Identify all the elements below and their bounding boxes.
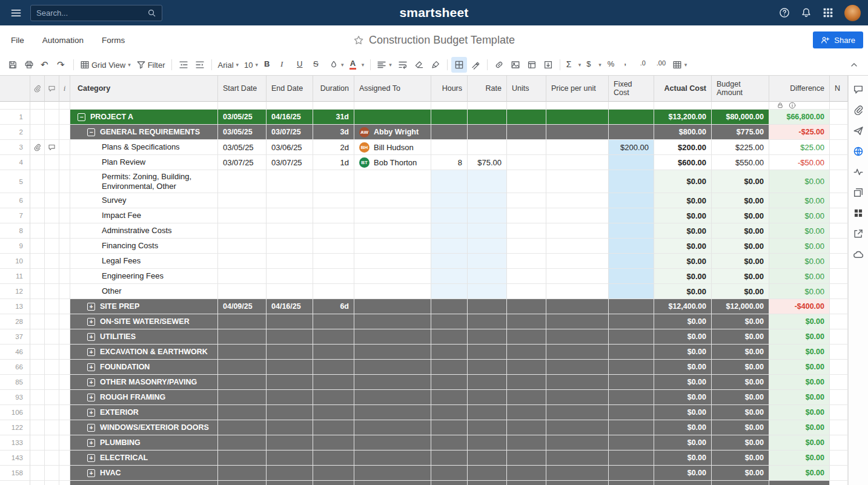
cell-units[interactable]	[507, 299, 546, 314]
cell-category[interactable]: Permits: Zoning, Building, Environmental…	[70, 170, 218, 193]
cell-duration[interactable]: 3d	[313, 125, 354, 140]
cell-price[interactable]	[546, 481, 609, 485]
cell-category[interactable]: Adminstrative Costs	[70, 223, 218, 239]
cell-end[interactable]: 03/07/25	[267, 155, 313, 170]
cell-budget[interactable]: $775.00	[712, 125, 769, 140]
cell-duration[interactable]	[313, 390, 354, 405]
cell-comment[interactable]	[45, 405, 59, 420]
cell-diff[interactable]: -$25.00	[769, 125, 830, 140]
link-button[interactable]	[491, 57, 507, 73]
cell-budget[interactable]: $0.00	[712, 345, 769, 360]
cell-info[interactable]	[59, 405, 70, 420]
cell-budget[interactable]: $12,000.00	[712, 299, 769, 314]
cell-hours[interactable]	[431, 208, 468, 223]
cell-actual[interactable]: $0.00	[654, 170, 712, 193]
cell-info[interactable]	[59, 360, 70, 375]
cell-units[interactable]	[507, 481, 546, 485]
cell-actual[interactable]: $0.00	[654, 450, 712, 466]
increase-decimal-button[interactable]: .00	[654, 57, 669, 73]
cell-rate[interactable]	[468, 345, 507, 360]
activity-log-icon[interactable]	[853, 167, 864, 177]
row-number[interactable]: 9	[0, 239, 30, 254]
cell-duration[interactable]	[313, 329, 354, 345]
cell-hours[interactable]	[431, 284, 468, 299]
cell-info[interactable]	[59, 345, 70, 360]
cell-units[interactable]	[507, 208, 546, 223]
cell-hours[interactable]	[431, 193, 468, 208]
row-number[interactable]: 5	[0, 170, 30, 193]
cell-next[interactable]	[830, 450, 848, 466]
cell-assigned[interactable]	[354, 466, 431, 481]
cell-start[interactable]	[218, 420, 267, 435]
cell-fixed[interactable]	[609, 239, 654, 254]
cell-end[interactable]	[267, 170, 313, 193]
cell-info[interactable]	[59, 284, 70, 299]
cell-hours[interactable]	[431, 420, 468, 435]
cell-fixed[interactable]	[609, 254, 654, 269]
cell-attach[interactable]	[30, 269, 45, 284]
cell-assigned[interactable]	[354, 450, 431, 466]
cell-category[interactable]: Engineering Fees	[70, 269, 218, 284]
cell-diff[interactable]: $0.00	[769, 254, 830, 269]
cell-diff[interactable]: -$400.00	[769, 299, 830, 314]
expand-toggle-icon[interactable]: +	[87, 469, 95, 477]
cell-category[interactable]: Plan Review	[70, 155, 218, 170]
cell-next[interactable]	[830, 254, 848, 269]
cell-fixed[interactable]	[609, 450, 654, 466]
filter-button[interactable]: Filter	[134, 57, 168, 73]
cell-rate[interactable]	[468, 269, 507, 284]
cell-duration[interactable]	[313, 284, 354, 299]
cell-price[interactable]	[546, 239, 609, 254]
cell-budget[interactable]: $0.00	[712, 223, 769, 239]
cell-hours[interactable]	[431, 110, 468, 125]
cell-rate[interactable]	[468, 239, 507, 254]
cell-fixed[interactable]	[609, 299, 654, 314]
cell-fixed[interactable]	[609, 170, 654, 193]
cell-comment[interactable]	[45, 375, 59, 390]
cell-end[interactable]	[267, 481, 313, 485]
cell-budget[interactable]: $0.00	[712, 170, 769, 193]
cell-end[interactable]	[267, 223, 313, 239]
cell-info[interactable]	[59, 435, 70, 450]
cell-assigned[interactable]	[354, 345, 431, 360]
cell-assigned[interactable]	[354, 170, 431, 193]
cell-duration[interactable]	[313, 450, 354, 466]
row-number[interactable]: 158	[0, 466, 30, 481]
cell-hours[interactable]	[431, 254, 468, 269]
cell-budget[interactable]	[712, 481, 769, 485]
cell-units[interactable]	[507, 125, 546, 140]
cell-comment[interactable]	[45, 125, 59, 140]
cell-info[interactable]	[59, 466, 70, 481]
cell-actual[interactable]: $0.00	[654, 329, 712, 345]
cell-actual[interactable]: $12,400.00	[654, 299, 712, 314]
cell-price[interactable]	[546, 314, 609, 329]
cell-info[interactable]	[59, 254, 70, 269]
sum-button[interactable]: Σ▾	[564, 57, 584, 73]
cell-attach[interactable]	[30, 284, 45, 299]
cell-rate[interactable]	[468, 435, 507, 450]
align-button[interactable]: ▾	[374, 57, 394, 73]
cell-category[interactable]: +HVAC	[70, 466, 218, 481]
cell-end[interactable]: 04/16/25	[267, 110, 313, 125]
cell-attach[interactable]	[30, 466, 45, 481]
cell-fixed[interactable]: $200.00	[609, 140, 654, 155]
cell-diff[interactable]: $0.00	[769, 435, 830, 450]
copies-icon[interactable]	[853, 187, 864, 198]
cell-info[interactable]	[59, 269, 70, 284]
decrease-decimal-button[interactable]: .0	[637, 57, 653, 73]
cell-hours[interactable]: 8	[431, 155, 468, 170]
cell-fixed[interactable]	[609, 345, 654, 360]
cell-units[interactable]	[507, 405, 546, 420]
cell-info[interactable]	[59, 223, 70, 239]
cell-info[interactable]	[59, 155, 70, 170]
column-header-fixed[interactable]: Fixed Cost	[609, 76, 654, 102]
cell-budget[interactable]: $0.00	[712, 375, 769, 390]
cell-price[interactable]	[546, 466, 609, 481]
cell-end[interactable]	[267, 254, 313, 269]
cell-comment[interactable]	[45, 110, 59, 125]
column-header-actual[interactable]: Actual Cost	[654, 76, 712, 102]
cell-end[interactable]	[267, 269, 313, 284]
cell-actual[interactable]: $0.00	[654, 254, 712, 269]
cell-next[interactable]	[830, 239, 848, 254]
cell-next[interactable]	[830, 299, 848, 314]
